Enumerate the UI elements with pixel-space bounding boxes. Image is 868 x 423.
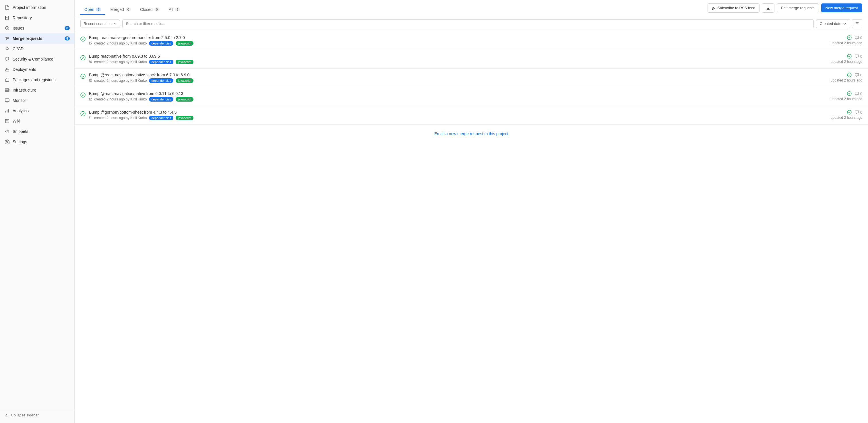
subscribe-rss-label: Subscribe to RSS feed <box>718 6 755 10</box>
mr-comment-count: 0 <box>860 36 862 40</box>
mr-title[interactable]: Bump react-native from 0.69.3 to 0.69.6 <box>89 54 807 59</box>
filterbar: Recent searches Created date <box>74 17 868 31</box>
mr-updated: updated 2 hours ago <box>831 97 862 101</box>
mr-actions: 0 <box>847 35 862 40</box>
export-icon <box>766 6 770 10</box>
svg-rect-10 <box>5 99 9 102</box>
mr-title[interactable]: Bump @react-navigation/native-stack from… <box>89 73 807 77</box>
chevron-down-icon <box>113 22 117 26</box>
export-button[interactable] <box>762 3 774 12</box>
tag-javascript[interactable]: javascript <box>176 41 193 45</box>
sort-order-button[interactable] <box>852 19 862 28</box>
sidebar-item-label: Packages and registries <box>12 77 55 82</box>
mr-right: 0 updated 2 hours ago <box>811 91 862 101</box>
email-new-merge-request-link[interactable]: Email a new merge request to this projec… <box>434 131 508 136</box>
mr-comment-count: 0 <box>860 73 862 77</box>
mr-comment-stat: 0 <box>855 54 862 59</box>
mr-comment-count: 0 <box>860 92 862 96</box>
collapse-sidebar-label: Collapse sidebar <box>11 413 39 417</box>
mr-content: Bump @gorhom/bottom-sheet from 4.4.3 to … <box>89 110 807 120</box>
edit-merge-requests-button[interactable]: Edit merge requests <box>777 3 818 12</box>
issues-badge: 0 <box>65 26 70 30</box>
svg-point-8 <box>8 89 9 90</box>
tab-closed[interactable]: Closed 0 <box>136 5 164 15</box>
svg-rect-15 <box>8 109 9 112</box>
sidebar-item-label: Issues <box>12 26 24 30</box>
recent-searches-button[interactable]: Recent searches <box>81 20 120 28</box>
mr-title[interactable]: Bump @react-navigation/native from 6.0.1… <box>89 91 807 96</box>
tag-dependencies[interactable]: dependencies <box>149 78 174 83</box>
sidebar-item-deployments[interactable]: Deployments <box>0 64 74 75</box>
sidebar-item-security[interactable]: Security & Compliance <box>0 54 74 64</box>
sidebar-item-wiki[interactable]: Wiki <box>0 116 74 126</box>
mr-right: 0 updated 2 hours ago <box>811 35 862 45</box>
cicd-icon <box>5 46 10 52</box>
svg-point-23 <box>81 55 85 60</box>
sidebar-item-infrastructure[interactable]: Infrastructure <box>0 85 74 95</box>
sort-dropdown-button[interactable]: Created date <box>816 19 850 28</box>
mr-meta: !1 created 2 hours ago by Kirill Kurko d… <box>89 116 807 120</box>
tab-all[interactable]: All 5 <box>165 5 184 15</box>
tag-dependencies[interactable]: dependencies <box>149 97 174 102</box>
sidebar-item-label: Analytics <box>12 108 29 113</box>
mr-updated: updated 2 hours ago <box>831 41 862 45</box>
svg-point-20 <box>712 9 713 10</box>
tag-javascript[interactable]: javascript <box>176 97 193 102</box>
sidebar-item-project-information[interactable]: Project information <box>0 2 74 12</box>
sidebar-item-merge-requests[interactable]: Merge requests 5 <box>0 33 74 44</box>
svg-point-30 <box>847 110 851 114</box>
tag-javascript[interactable]: javascript <box>176 116 193 120</box>
mr-meta: !3 created 2 hours ago by Kirill Kurko d… <box>89 78 807 83</box>
tag-dependencies[interactable]: dependencies <box>149 60 174 64</box>
topbar-actions: Subscribe to RSS feed Edit merge request… <box>708 3 862 12</box>
subscribe-rss-button[interactable]: Subscribe to RSS feed <box>708 3 760 12</box>
tab-open[interactable]: Open 5 <box>81 5 105 15</box>
sidebar-item-packages[interactable]: Packages and registries <box>0 75 74 85</box>
monitor-icon <box>5 98 10 103</box>
tag-javascript[interactable]: javascript <box>176 78 193 83</box>
main-content: Open 5 Merged 0 Closed 0 All 5 Subscribe <box>74 0 868 423</box>
svg-point-24 <box>847 54 851 58</box>
svg-point-9 <box>8 91 9 91</box>
repo-icon <box>5 15 10 20</box>
svg-point-27 <box>81 93 85 97</box>
mr-updated: updated 2 hours ago <box>831 60 862 64</box>
sidebar-item-settings[interactable]: Settings <box>0 137 74 147</box>
edit-merge-requests-label: Edit merge requests <box>781 6 814 10</box>
mr-right: 0 updated 2 hours ago <box>811 73 862 83</box>
new-merge-request-button[interactable]: New merge request <box>821 3 862 12</box>
mr-meta-text: created 2 hours ago by Kirill Kurko <box>94 41 147 45</box>
tag-dependencies[interactable]: dependencies <box>149 41 174 45</box>
sidebar-item-issues[interactable]: Issues 0 <box>0 23 74 33</box>
new-merge-request-label: New merge request <box>826 6 858 10</box>
tag-dependencies[interactable]: dependencies <box>149 116 174 120</box>
sidebar-item-label: Project information <box>12 5 46 10</box>
sort-label: Created date <box>820 22 841 26</box>
mr-comment-stat: 0 <box>855 73 862 77</box>
svg-point-22 <box>847 36 851 40</box>
mr-actions: 0 <box>847 91 862 96</box>
mr-comment-stat: 0 <box>855 110 862 115</box>
tabs: Open 5 Merged 0 Closed 0 All 5 <box>81 5 704 11</box>
sidebar-item-cicd[interactable]: CI/CD <box>0 44 74 54</box>
sidebar-item-snippets[interactable]: Snippets <box>0 126 74 137</box>
sidebar-item-analytics[interactable]: Analytics <box>0 106 74 116</box>
mr-title[interactable]: Bump @gorhom/bottom-sheet from 4.4.3 to … <box>89 110 807 115</box>
mr-title[interactable]: Bump react-native-gesture-handler from 2… <box>89 35 807 40</box>
mr-comment-count: 0 <box>860 110 862 115</box>
sidebar-item-repository[interactable]: Repository <box>0 12 74 23</box>
svg-rect-3 <box>5 70 9 71</box>
sidebar-item-label: Monitor <box>12 98 26 103</box>
tab-merged[interactable]: Merged 0 <box>106 5 135 15</box>
table-row: Bump @react-navigation/native from 6.0.1… <box>74 87 868 106</box>
collapse-sidebar-button[interactable]: Collapse sidebar <box>0 409 74 421</box>
tab-merged-label: Merged <box>110 7 124 12</box>
tag-javascript[interactable]: javascript <box>176 60 193 64</box>
tab-open-count: 5 <box>96 7 101 11</box>
search-input[interactable] <box>122 19 814 28</box>
svg-line-19 <box>7 130 7 133</box>
sidebar-item-monitor[interactable]: Monitor <box>0 95 74 106</box>
merge-requests-badge: 5 <box>65 36 70 40</box>
mr-number: !5 <box>89 41 92 45</box>
mr-status-icon <box>81 36 86 42</box>
